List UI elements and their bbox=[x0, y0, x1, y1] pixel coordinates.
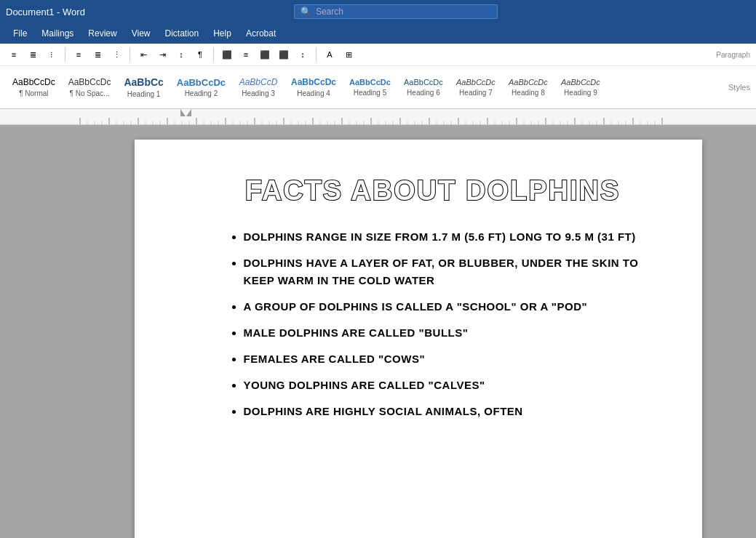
doc-area[interactable]: FACTS ABOUT DOLPHINS DOLPHINS RANGE IN S… bbox=[80, 125, 756, 538]
style-h3-sample: AaBbCcD bbox=[239, 77, 278, 87]
style-normal[interactable]: AaBbCcDc ¶ Normal bbox=[6, 69, 62, 105]
styles-row: AaBbCcDc ¶ Normal AaBbCcDc ¶ No Spac... … bbox=[0, 66, 756, 108]
list-item: A GROUP OF DOLPHINS IS CALLED A "SCHOOL"… bbox=[244, 298, 644, 316]
style-h1[interactable]: AaBbCc Heading 1 bbox=[117, 69, 170, 105]
doc-page[interactable]: FACTS ABOUT DOLPHINS DOLPHINS RANGE IN S… bbox=[135, 140, 702, 538]
indent-level-btn[interactable]: ≣ bbox=[25, 47, 41, 63]
style-h7[interactable]: AaBbCcDc Heading 7 bbox=[450, 69, 502, 105]
style-h8-sample: AaBbCcDc bbox=[509, 78, 548, 87]
tab-help[interactable]: Help bbox=[206, 23, 239, 44]
tab-mailings[interactable]: Mailings bbox=[34, 23, 81, 44]
paragraph-label: Paragraph bbox=[716, 49, 750, 60]
svg-rect-0 bbox=[0, 109, 756, 125]
show-marks-btn[interactable]: ¶ bbox=[192, 47, 208, 63]
search-input[interactable] bbox=[316, 7, 491, 17]
style-h5[interactable]: AaBbCcDc Heading 5 bbox=[343, 69, 397, 105]
style-nospace-label: ¶ No Spac... bbox=[70, 89, 110, 97]
tab-review[interactable]: Review bbox=[81, 23, 124, 44]
style-h6-label: Heading 6 bbox=[407, 89, 440, 97]
list-item: DOLPHINS RANGE IN SIZE FROM 1.7 M (5.6 F… bbox=[244, 228, 644, 246]
sort-btn[interactable]: ↕ bbox=[173, 47, 189, 63]
style-h3-label: Heading 3 bbox=[242, 89, 275, 97]
align-right-btn[interactable]: ⬛ bbox=[257, 47, 273, 63]
list-style-btn[interactable]: ≡ bbox=[6, 47, 22, 63]
sep4 bbox=[316, 47, 317, 62]
style-h5-label: Heading 5 bbox=[354, 89, 387, 97]
style-h1-sample: AaBbCc bbox=[124, 76, 163, 89]
align-left-btn[interactable]: ⬛ bbox=[219, 47, 235, 63]
styles-label: Styles bbox=[728, 81, 750, 93]
style-h2-label: Heading 2 bbox=[185, 89, 218, 97]
multilevel-btn[interactable]: ⋮ bbox=[108, 47, 124, 63]
tab-file[interactable]: File bbox=[6, 23, 34, 44]
style-h7-sample: AaBbCcDc bbox=[456, 78, 496, 87]
ribbon: ≡ ≣ ⁝ ≡ ≣ ⋮ ⇤ ⇥ ↕ ¶ ⬛ ≡ ⬛ ⬛ ↕ A ⊞ Paragr… bbox=[0, 44, 756, 109]
style-normal-label: ¶ Normal bbox=[19, 89, 48, 97]
line-spacing-btn[interactable]: ↕ bbox=[295, 47, 311, 63]
increase-indent-btn[interactable]: ⇥ bbox=[154, 47, 170, 63]
title-bar: Document1 - Word 🔍 bbox=[0, 0, 756, 23]
app-title: Document1 - Word bbox=[6, 7, 85, 17]
list-item: FEMALES ARE CALLED "COWS" bbox=[244, 350, 644, 368]
ruler-inner bbox=[0, 109, 756, 124]
style-h4-sample: AaBbCcDc bbox=[291, 77, 336, 87]
tab-acrobat[interactable]: Acrobat bbox=[239, 23, 283, 44]
list-item: YOUNG DOLPHINS ARE CALLED "CALVES" bbox=[244, 377, 644, 394]
list-item: DOLPHINS ARE HIGHLY SOCIAL ANIMALS, OFTE… bbox=[244, 403, 644, 420]
style-h6[interactable]: AaBbCcDc Heading 6 bbox=[397, 69, 450, 105]
search-icon: 🔍 bbox=[301, 7, 311, 17]
tab-dictation[interactable]: Dictation bbox=[158, 23, 207, 44]
title-bar-left: Document1 - Word bbox=[6, 7, 85, 17]
style-h2-sample: AaBbCcDc bbox=[177, 77, 226, 89]
style-h6-sample: AaBbCcDc bbox=[404, 78, 443, 87]
style-h7-label: Heading 7 bbox=[459, 89, 493, 97]
bullet-list-btn[interactable]: ⁝ bbox=[44, 47, 60, 63]
style-h4-label: Heading 4 bbox=[297, 89, 330, 97]
style-h3[interactable]: AaBbCcD Heading 3 bbox=[232, 69, 285, 105]
style-h9-sample: AaBbCcDc bbox=[561, 78, 600, 87]
style-nospace[interactable]: AaBbCcDc ¶ No Spac... bbox=[62, 69, 118, 105]
numbering-btn[interactable]: ≡ bbox=[71, 47, 87, 63]
main-area: FACTS ABOUT DOLPHINS DOLPHINS RANGE IN S… bbox=[0, 125, 756, 538]
paragraph-controls: ≡ ≣ ⁝ ≡ ≣ ⋮ ⇤ ⇥ ↕ ¶ ⬛ ≡ ⬛ ⬛ ↕ A ⊞ Paragr… bbox=[0, 44, 756, 66]
doc-title: FACTS ABOUT DOLPHINS bbox=[222, 176, 644, 206]
style-h9-label: Heading 9 bbox=[564, 89, 597, 97]
ruler bbox=[0, 109, 756, 125]
style-h8[interactable]: AaBbCcDc Heading 8 bbox=[502, 69, 554, 105]
list-item: MALE DOLPHINS ARE CALLED "BULLS" bbox=[244, 324, 644, 342]
style-normal-sample: AaBbCcDc bbox=[12, 77, 55, 87]
borders-btn[interactable]: ⊞ bbox=[341, 47, 357, 63]
left-sidebar bbox=[0, 125, 80, 538]
list-item: DOLPHINS HAVE A LAYER OF FAT, OR BLUBBER… bbox=[244, 254, 644, 289]
bullet-list: DOLPHINS RANGE IN SIZE FROM 1.7 M (5.6 F… bbox=[222, 228, 644, 420]
style-h5-sample: AaBbCcDc bbox=[349, 78, 391, 87]
align-center-btn[interactable]: ≡ bbox=[238, 47, 254, 63]
sep2 bbox=[130, 47, 130, 62]
style-h1-label: Heading 1 bbox=[127, 90, 161, 98]
style-h9[interactable]: AaBbCcDc Heading 9 bbox=[554, 69, 607, 105]
sep3 bbox=[213, 47, 214, 62]
decrease-indent-btn[interactable]: ⇤ bbox=[135, 47, 151, 63]
justify-btn[interactable]: ⬛ bbox=[276, 47, 292, 63]
ribbon-tabs: File Mailings Review View Dictation Help… bbox=[0, 23, 756, 44]
search-bar[interactable]: 🔍 bbox=[294, 4, 498, 19]
outline-btn[interactable]: ≣ bbox=[89, 47, 106, 63]
style-h4[interactable]: AaBbCcDc Heading 4 bbox=[285, 69, 343, 105]
style-h2[interactable]: AaBbCcDc Heading 2 bbox=[170, 69, 232, 105]
sep1 bbox=[65, 47, 65, 62]
shading-btn[interactable]: A bbox=[322, 47, 338, 63]
style-nospace-sample: AaBbCcDc bbox=[68, 77, 111, 87]
tab-view[interactable]: View bbox=[124, 23, 158, 44]
style-h8-label: Heading 8 bbox=[512, 89, 545, 97]
